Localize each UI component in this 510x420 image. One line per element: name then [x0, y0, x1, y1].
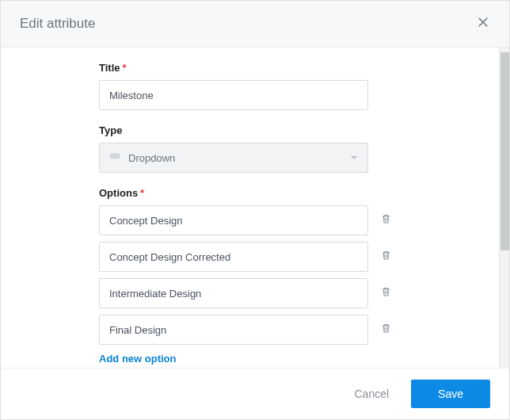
trash-icon [380, 212, 392, 228]
trash-icon [380, 249, 392, 265]
chevron-down-icon [350, 151, 358, 165]
type-label: Type [99, 124, 447, 136]
delete-option-button[interactable] [378, 249, 394, 265]
required-marker: * [140, 187, 144, 199]
type-field-block: Type Dropdown [99, 124, 447, 173]
dialog-header: Edit attribute [1, 1, 509, 48]
add-option-button[interactable]: Add new option [99, 353, 176, 365]
delete-option-button[interactable] [378, 285, 394, 301]
trash-icon [380, 322, 392, 338]
trash-icon [380, 285, 392, 301]
dialog-body: Title* Type Dropdown [1, 48, 499, 368]
scrollbar-track[interactable] [499, 48, 509, 368]
delete-option-button[interactable] [378, 212, 394, 228]
options-label-text: Options [99, 187, 138, 199]
option-input[interactable] [99, 242, 368, 272]
close-icon [476, 15, 490, 32]
option-input[interactable] [99, 315, 368, 345]
dialog-footer: Cancel Save [1, 368, 509, 419]
title-label-text: Title [99, 62, 120, 74]
required-marker: * [123, 62, 127, 74]
option-row [99, 315, 447, 345]
type-selected-text: Dropdown [128, 152, 342, 164]
save-button[interactable]: Save [411, 380, 490, 408]
scrollbar-thumb[interactable] [500, 52, 509, 250]
delete-option-button[interactable] [378, 322, 394, 338]
close-button[interactable] [476, 15, 490, 32]
title-label: Title* [99, 62, 447, 74]
cancel-button[interactable]: Cancel [349, 381, 394, 407]
option-row [99, 242, 447, 272]
option-input[interactable] [99, 205, 368, 235]
dropdown-type-icon [109, 151, 120, 165]
type-select[interactable]: Dropdown [99, 143, 368, 173]
option-row [99, 278, 447, 308]
option-row [99, 205, 447, 235]
option-input[interactable] [99, 278, 368, 308]
title-input[interactable] [99, 80, 368, 110]
options-field-block: Options* Add new option [99, 187, 447, 365]
edit-attribute-dialog: Edit attribute Title* Type [0, 0, 510, 420]
title-field-block: Title* [99, 62, 447, 110]
options-label: Options* [99, 187, 447, 199]
dialog-title: Edit attribute [20, 16, 95, 32]
